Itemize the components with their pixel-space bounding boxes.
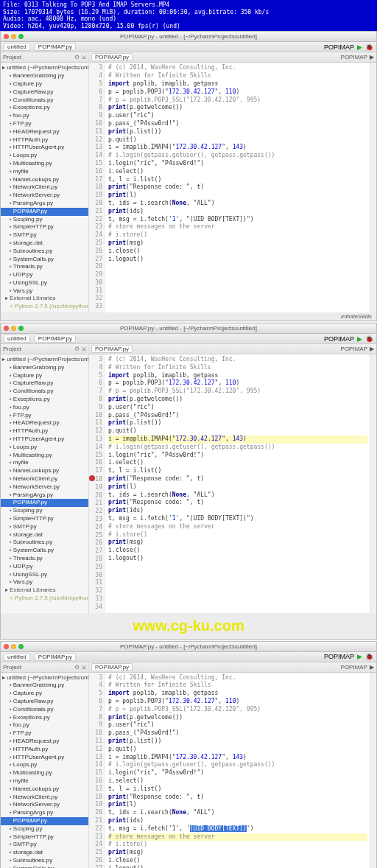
tree-item[interactable]: ▪SMTP.py (1, 231, 88, 239)
breadcrumb-project[interactable]: untitled (4, 653, 30, 661)
tree-item[interactable]: ▪foo.py (1, 721, 88, 729)
tree-item[interactable]: ▪BannerGrabbing.py (1, 682, 88, 690)
tree-python-lib[interactable]: < Python 2.7.5 (/usr/bin/python) > /usr/… (1, 303, 88, 311)
breadcrumb-file[interactable]: POPIMAP.py (35, 43, 76, 51)
run-icon[interactable]: ▶ (357, 43, 362, 51)
tree-item[interactable]: ▪FTP.py (1, 120, 88, 128)
error-stripe[interactable] (370, 673, 376, 868)
code-text[interactable]: # (c) 2014, WasHere Consulting, Inc.# Wr… (105, 673, 370, 868)
tree-item[interactable]: ▪UDP.py (1, 563, 88, 571)
run-config-small[interactable]: POPIMAP (341, 346, 367, 352)
tree-external-libs[interactable]: ▸ External Libraries (1, 295, 88, 303)
tree-item[interactable]: ▪Loops.py (1, 152, 88, 160)
tree-item[interactable]: ▪HEADRequest.py (1, 128, 88, 136)
editor-file-tab[interactable]: POPIMAP.py (91, 663, 133, 671)
tree-item[interactable]: ▪Scoping.py (1, 216, 88, 224)
tree-item[interactable]: ▪Exceptions.py (1, 714, 88, 722)
tree-item[interactable]: ▪HTTPAuth.py (1, 136, 88, 144)
tree-item[interactable]: ▪CaptureRaw.py (1, 379, 88, 388)
tree-item[interactable]: ▪UDP.py (1, 271, 88, 279)
tree-item[interactable]: ▪POPIMAP.py (1, 499, 88, 507)
debug-icon[interactable]: 🐞 (365, 43, 373, 51)
tree-item[interactable]: ▪Multicasting.py (1, 160, 88, 168)
tree-item[interactable]: ▪storage.dat (1, 531, 88, 539)
tree-item[interactable]: ▪POPIMAP.py (1, 817, 88, 825)
tree-item[interactable]: ▪Threads.py (1, 263, 88, 271)
tree-item[interactable]: ▪HTTPAuth.py (1, 427, 88, 435)
project-panel[interactable]: Project ⚙⇲ ▸ untitled (~/PycharmProjects… (1, 52, 89, 312)
tree-item[interactable]: ▪FTP.py (1, 729, 88, 738)
run-icon[interactable]: ▶ (370, 54, 374, 60)
project-tree[interactable]: ▸ untitled (~/PycharmProjects/untitled)▪… (1, 354, 88, 604)
code-area[interactable]: 3456789101112131415161718192021222324252… (89, 354, 376, 613)
tree-item[interactable]: ▪HTTPUserAgent.py (1, 754, 88, 762)
tree-item[interactable]: ▪Exceptions.py (1, 396, 88, 404)
code-text[interactable]: # (c) 2014, WasHere Consulting, Inc.# Wr… (105, 354, 370, 613)
tree-item[interactable]: ▪HTTPUserAgent.py (1, 144, 88, 152)
tree-root[interactable]: ▸ untitled (~/PycharmProjects/untitled) (1, 64, 88, 72)
run-config-small[interactable]: POPIMAP (341, 54, 367, 60)
tree-item[interactable]: ▪Scoping.py (1, 825, 88, 833)
tree-item[interactable]: ▪CaptureRaw.py (1, 698, 88, 706)
tree-item[interactable]: ▪UsingSSL.py (1, 279, 88, 287)
tree-item[interactable]: ▪Conditionals.py (1, 97, 88, 105)
run-icon[interactable]: ▶ (357, 653, 362, 660)
window-titlebar[interactable]: POPIMAP.py - untitled - [~/PycharmProjec… (1, 642, 376, 652)
run-config-select[interactable]: POPIMAP (324, 335, 354, 343)
tree-item[interactable]: ▪NetworkServer.py (1, 483, 88, 491)
tree-item[interactable]: ▪NameLookups.py (1, 785, 88, 794)
tree-item[interactable]: ▪Subroutines.py (1, 248, 88, 256)
tree-item[interactable]: ▪NetworkClient.py (1, 475, 88, 483)
tree-item[interactable]: ▪Multicasting.py (1, 452, 88, 460)
tree-item[interactable]: ▪FTP.py (1, 412, 88, 420)
tree-item[interactable]: ▪SystemCalls.py (1, 865, 88, 868)
debug-icon[interactable]: 🐞 (365, 335, 373, 343)
breadcrumb-project[interactable]: untitled (4, 43, 30, 51)
tree-item[interactable]: ▪myfile (1, 168, 88, 176)
collapse-icon[interactable]: ⇲ (81, 54, 86, 60)
tree-item[interactable]: ▪Loops.py (1, 444, 88, 452)
window-titlebar[interactable]: POPIMAP.py - untitled - [~/PycharmProjec… (1, 32, 376, 42)
window-titlebar[interactable]: POPIMAP.py - untitled - [~/PycharmProjec… (1, 323, 376, 334)
tree-item[interactable]: ▪HEADRequest.py (1, 419, 88, 427)
tree-item[interactable]: ▪Vars.py (1, 578, 88, 587)
collapse-icon[interactable]: ⇲ (81, 664, 86, 671)
tree-item[interactable]: ▪ParsingArgs.py (1, 809, 88, 817)
tree-item[interactable]: ▪ParsingArgs.py (1, 200, 88, 208)
code-text[interactable]: # (c) 2014, WasHere Consulting, Inc.# Wr… (105, 63, 370, 312)
editor-file-tab[interactable]: POPIMAP.py (91, 345, 133, 353)
tree-item[interactable]: ▪Exceptions.py (1, 104, 88, 112)
tree-item[interactable]: ▪SimpleHTTP.py (1, 515, 88, 523)
tree-item[interactable]: ▪foo.py (1, 404, 88, 412)
run-config-small[interactable]: POPIMAP (341, 664, 367, 671)
tree-item[interactable]: ▪Threads.py (1, 555, 88, 563)
tree-item[interactable]: ▪SystemCalls.py (1, 256, 88, 264)
gear-icon[interactable]: ⚙ (74, 346, 80, 352)
tree-item[interactable]: ▪Conditionals.py (1, 388, 88, 396)
run-icon[interactable]: ▶ (357, 335, 362, 343)
tree-item[interactable]: ▪storage.dat (1, 849, 88, 857)
breadcrumb-project[interactable]: untitled (4, 335, 30, 343)
editor-file-tab[interactable]: POPIMAP.py (91, 53, 133, 61)
tree-item[interactable]: ▪SimpleHTTP.py (1, 833, 88, 841)
collapse-icon[interactable]: ⇲ (81, 346, 86, 352)
tree-item[interactable]: ▪Loops.py (1, 761, 88, 769)
tree-item[interactable]: ▪NetworkServer.py (1, 801, 88, 809)
tree-item[interactable]: ▪ParsingArgs.py (1, 491, 88, 500)
tree-item[interactable]: ▪Subroutines.py (1, 857, 88, 865)
tree-item[interactable]: ▪HEADRequest.py (1, 738, 88, 746)
error-stripe[interactable] (370, 63, 376, 312)
tree-item[interactable]: ▪CaptureRaw.py (1, 88, 88, 97)
tree-item[interactable]: ▪HTTPUserAgent.py (1, 435, 88, 444)
tree-root[interactable]: ▸ untitled (~/PycharmProjects/untitled) (1, 356, 88, 364)
tree-item[interactable]: ▪myfile (1, 777, 88, 785)
tree-item[interactable]: ▪BannerGrabbing.py (1, 364, 88, 372)
tree-item[interactable]: ▪NameLookups.py (1, 176, 88, 184)
tree-external-libs[interactable]: ▸ External Libraries (1, 587, 88, 595)
tree-item[interactable]: ▪Vars.py (1, 287, 88, 295)
tree-item[interactable]: ▪NetworkClient.py (1, 794, 88, 802)
tree-item[interactable]: ▪POPIMAP.py (1, 208, 88, 216)
tree-item[interactable]: ▪Scoping.py (1, 507, 88, 515)
line-gutter[interactable]: 3456789101112131415161718192021222324252… (89, 673, 105, 868)
tree-item[interactable]: ▪NetworkClient.py (1, 183, 88, 192)
